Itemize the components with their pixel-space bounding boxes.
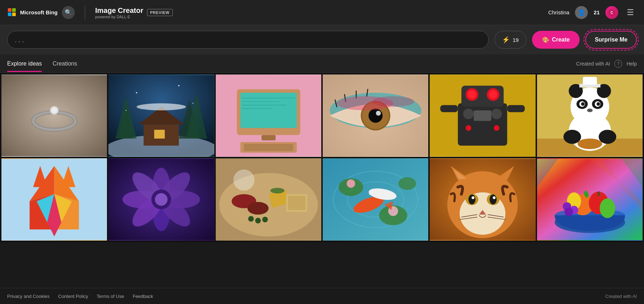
gallery-item-food[interactable] — [216, 158, 321, 241]
svg-rect-35 — [244, 144, 293, 151]
tab-explore[interactable]: Explore ideas — [7, 56, 42, 72]
svg-point-68 — [581, 102, 585, 106]
fruit-image — [537, 158, 643, 241]
svg-rect-72 — [583, 77, 597, 85]
coins-avatar[interactable]: C — [605, 6, 618, 19]
svg-point-69 — [596, 102, 600, 106]
feedback-link[interactable]: Feedback — [133, 294, 153, 299]
menu-icon[interactable]: ☰ — [624, 6, 637, 19]
svg-point-146 — [600, 198, 615, 218]
svg-point-149 — [564, 208, 573, 216]
svg-text:C: C — [610, 11, 613, 15]
preview-badge: PREVIEW — [147, 9, 173, 16]
svg-rect-144 — [597, 191, 600, 196]
gallery-item-computer[interactable] — [216, 74, 321, 157]
help-label[interactable]: Help — [626, 61, 637, 67]
gallery-item-fox[interactable] — [1, 158, 107, 241]
cabin-image — [108, 74, 214, 157]
content-policy-link[interactable]: Content Policy — [58, 294, 88, 299]
svg-point-52 — [492, 108, 502, 119]
bing-logo[interactable]: Microsoft Bing — [7, 8, 58, 18]
gallery-item-robot[interactable] — [430, 74, 535, 157]
header-right: Christina 👤 21 C ☰ — [548, 6, 637, 19]
svg-point-43 — [372, 96, 414, 107]
svg-rect-106 — [288, 196, 305, 210]
svg-rect-1 — [8, 8, 11, 12]
svg-point-100 — [247, 202, 268, 214]
svg-point-51 — [463, 108, 474, 119]
svg-point-54 — [466, 125, 472, 131]
header-divider — [85, 5, 85, 20]
create-icon: 🎨 — [542, 37, 549, 43]
svg-point-108 — [233, 169, 254, 190]
svg-point-40 — [369, 108, 382, 122]
svg-rect-53 — [474, 110, 491, 121]
svg-rect-33 — [262, 135, 275, 140]
privacy-link[interactable]: Privacy and Cookies — [7, 294, 50, 299]
svg-point-49 — [468, 90, 477, 99]
food-image — [216, 158, 321, 241]
surprise-label: Surprise Me — [595, 37, 628, 43]
svg-point-23 — [178, 85, 180, 86]
footer: Privacy and Cookies Content Policy Terms… — [0, 288, 644, 304]
fox-image — [1, 158, 107, 241]
gallery-item-koi[interactable] — [323, 158, 428, 241]
tab-creations[interactable]: Creations — [53, 56, 77, 72]
user-avatar[interactable]: 👤 — [575, 6, 588, 19]
boost-button[interactable]: ⚡ 19 — [494, 31, 526, 49]
svg-point-25 — [192, 103, 194, 104]
gallery-item-fruit[interactable] — [537, 158, 643, 241]
svg-point-22 — [136, 92, 137, 93]
search-input-wrapper[interactable]: ... — [7, 31, 489, 49]
user-name: Christina — [548, 9, 569, 15]
panda-image — [537, 74, 643, 157]
tabs-area: Explore ideas Creations Created with AI … — [0, 54, 644, 73]
image-creator-title: Image Creator — [95, 6, 143, 15]
svg-rect-4 — [12, 13, 16, 16]
help-icon[interactable]: ? — [614, 60, 622, 68]
bing-label: Microsoft Bing — [20, 9, 58, 15]
tab-explore-label: Explore ideas — [7, 61, 42, 67]
gallery-item-panda[interactable] — [537, 74, 643, 157]
coins-icon: C — [608, 9, 615, 16]
gallery — [0, 73, 644, 242]
header: Microsoft Bing 🔍 Image Creator powered b… — [0, 0, 644, 25]
svg-point-74 — [599, 130, 616, 144]
svg-point-114 — [399, 177, 416, 190]
gallery-item-tiger[interactable] — [430, 158, 535, 241]
svg-point-75 — [577, 139, 602, 149]
tiger-image — [430, 158, 535, 241]
svg-point-115 — [347, 179, 355, 188]
create-button[interactable]: 🎨 Create — [532, 31, 580, 49]
svg-rect-7 — [1, 75, 107, 156]
boost-count: 19 — [513, 37, 519, 43]
svg-point-132 — [493, 196, 496, 199]
gallery-item-flower[interactable] — [108, 158, 214, 241]
bing-logo-icon — [7, 8, 17, 18]
svg-point-102 — [248, 216, 254, 222]
terms-link[interactable]: Terms of Use — [97, 294, 124, 299]
svg-point-129 — [469, 194, 476, 204]
svg-point-104 — [262, 217, 268, 222]
computer-image — [216, 74, 321, 157]
image-creator-section: Image Creator powered by DALL·E PREVIEW — [95, 6, 173, 19]
svg-rect-2 — [12, 8, 16, 12]
svg-point-131 — [472, 196, 474, 199]
footer-created-with-ai: Created with AI — [605, 294, 637, 299]
gallery-item-cabin[interactable] — [108, 74, 214, 157]
robot-image — [430, 74, 535, 157]
gallery-item-eye[interactable] — [323, 74, 428, 157]
svg-rect-56 — [440, 105, 458, 112]
created-with-ai-label: Created with AI — [576, 61, 610, 67]
svg-point-130 — [490, 194, 497, 204]
search-icon: 🔍 — [65, 9, 72, 16]
ring-image — [1, 74, 107, 157]
search-icon-button[interactable]: 🔍 — [62, 6, 75, 19]
svg-rect-20 — [154, 130, 165, 139]
surprise-button[interactable]: Surprise Me — [585, 31, 637, 49]
svg-point-96 — [155, 193, 167, 206]
boost-icon: ⚡ — [502, 36, 510, 44]
image-creator-titles: Image Creator powered by DALL·E — [95, 6, 143, 19]
gallery-item-ring[interactable] — [1, 74, 107, 157]
svg-rect-57 — [507, 105, 525, 112]
